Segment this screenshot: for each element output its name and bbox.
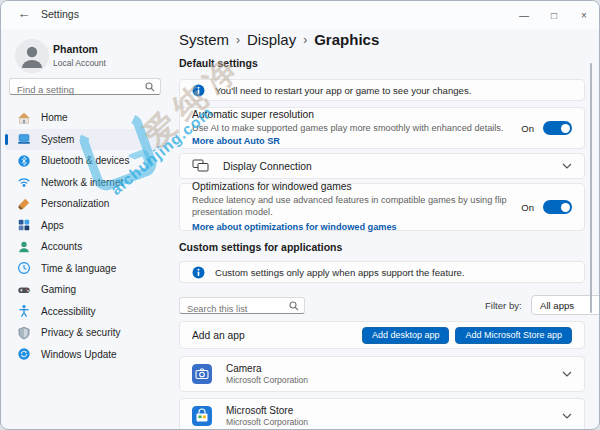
windowed-games-card: Optimizations for windowed games Reduce … [179,183,585,231]
sidebar-nav: Home System Bluetooth & devices [5,107,169,365]
microsoft-store-app-icon [192,406,212,426]
sidebar-item-personalization[interactable]: Personalization [5,193,169,215]
avatar[interactable] [15,39,49,73]
auto-sr-title: Automatic super resolution [192,109,511,120]
breadcrumb-separator: › [236,32,240,47]
breadcrumb-separator: › [303,32,307,47]
sidebar-item-time-language[interactable]: Time & language [5,258,169,280]
section-default-settings: Default settings [179,57,258,69]
sidebar-item-apps[interactable]: Apps [5,215,169,237]
restart-notice-text: You'll need to restart your app or game … [215,85,471,96]
gamepad-icon [17,283,31,297]
custom-notice-text: Custom settings only apply when apps sup… [215,267,465,278]
add-store-app-button[interactable]: Add Microsoft Store app [455,327,572,344]
sidebar-item-system[interactable]: System [5,129,169,151]
sidebar-item-label: Gaming [41,284,76,295]
sidebar-item-accounts[interactable]: Accounts [5,236,169,258]
list-search-box[interactable] [179,297,305,314]
scrollbar[interactable] [590,63,592,313]
settings-window: ← Settings — □ × Phantom Local Account [0,0,600,430]
system-icon [17,132,31,146]
app-row-microsoft-store[interactable]: Microsoft Store Microsoft Corporation [179,398,585,430]
windowed-games-toggle-state: On [521,202,534,213]
breadcrumb-display[interactable]: Display [247,31,296,48]
camera-app-icon [192,364,212,384]
chevron-down-icon[interactable] [562,371,572,377]
display-connection-title: Display Connection [223,161,312,172]
titlebar: ← Settings — □ × [1,1,599,29]
wifi-icon [17,175,31,189]
add-app-label: Add an app [192,330,245,341]
info-icon [192,84,205,97]
add-desktop-app-button[interactable]: Add desktop app [362,327,450,344]
app-publisher: Microsoft Corporation [226,375,562,385]
sidebar-item-label: Privacy & security [41,327,120,338]
auto-sr-toggle[interactable] [543,121,572,135]
person-icon [17,240,31,254]
restart-notice-bar: You'll need to restart your app or game … [179,79,585,101]
auto-sr-description: Use AI to make supported games play more… [192,123,504,133]
sidebar-item-label: Accessibility [41,306,95,317]
user-account-type: Local Account [53,58,106,68]
sidebar-item-label: System [41,134,74,145]
sidebar-item-label: Accounts [41,241,82,252]
window-title: Settings [41,8,79,20]
auto-sr-card: Automatic super resolution Use AI to mak… [179,107,585,149]
clock-icon [17,261,31,275]
windowed-games-description: Reduce latency and use advanced features… [192,194,511,219]
add-app-card: Add an app Add desktop app Add Microsoft… [179,321,585,349]
info-icon [192,266,205,279]
auto-sr-toggle-state: On [521,123,534,134]
page-title: Graphics [314,31,379,48]
sidebar-item-network[interactable]: Network & internet [5,172,169,194]
back-button[interactable]: ← [13,6,35,24]
sidebar-item-label: Time & language [41,263,116,274]
list-search-input[interactable] [180,302,304,317]
person-silhouette-icon [15,39,49,73]
bluetooth-icon [17,154,31,168]
search-icon [289,301,299,311]
user-name: Phantom [53,43,98,55]
display-connection-icon [192,159,209,173]
sidebar-item-home[interactable]: Home [5,107,169,129]
sidebar-item-label: Bluetooth & devices [41,155,129,166]
app-name: Microsoft Store [226,405,562,416]
search-icon [145,82,155,92]
auto-sr-link[interactable]: More about Auto SR [192,136,280,146]
sidebar-item-bluetooth[interactable]: Bluetooth & devices [5,150,169,172]
sidebar-item-label: Windows Update [41,349,117,360]
settings-search-box[interactable] [9,78,161,95]
custom-notice-bar: Custom settings only apply when apps sup… [179,261,585,283]
filter-by-label: Filter by: [485,300,522,311]
chevron-down-icon[interactable] [562,413,572,419]
app-row-camera[interactable]: Camera Microsoft Corporation [179,356,585,392]
settings-search-input[interactable] [10,82,160,97]
sidebar-item-label: Personalization [41,198,109,209]
breadcrumb: System › Display › Graphics [179,31,379,48]
windowed-games-title: Optimizations for windowed games [192,181,511,192]
home-icon [17,111,31,125]
sidebar-item-gaming[interactable]: Gaming [5,279,169,301]
app-name: Camera [226,363,562,374]
close-button[interactable]: × [569,1,599,29]
windowed-games-toggle[interactable] [543,200,572,214]
shield-icon [17,326,31,340]
accessibility-icon [17,304,31,318]
sidebar: Phantom Local Account Home [1,29,173,429]
brush-icon [17,197,31,211]
sidebar-item-accessibility[interactable]: Accessibility [5,301,169,323]
maximize-button[interactable]: □ [539,1,569,29]
chevron-down-icon[interactable] [562,163,572,169]
filter-value: All apps [540,300,574,311]
main-content: System › Display › Graphics Default sett… [179,29,585,430]
minimize-button[interactable]: — [509,1,539,29]
app-publisher: Microsoft Corporation [226,417,562,427]
windowed-games-link[interactable]: More about optimizations for windowed ga… [192,222,397,232]
breadcrumb-system[interactable]: System [179,31,229,48]
sidebar-item-label: Network & internet [41,177,123,188]
display-connection-card[interactable]: Display Connection [179,153,585,179]
sidebar-item-privacy[interactable]: Privacy & security [5,322,169,344]
sidebar-item-windows-update[interactable]: Windows Update [5,344,169,366]
sidebar-item-label: Apps [41,220,64,231]
section-custom-settings: Custom settings for applications [179,241,342,253]
